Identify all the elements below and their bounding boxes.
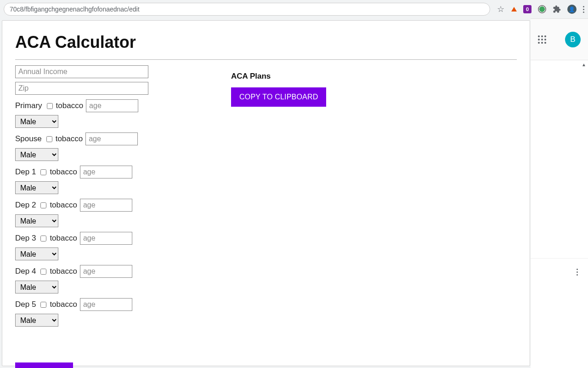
- person-label: Primary: [15, 101, 42, 110]
- zip-input[interactable]: [15, 82, 148, 95]
- aca-calculator-panel: ACA Calculator PrimarytobaccoMaleSpouset…: [2, 20, 530, 366]
- tobacco-checkbox[interactable]: [47, 103, 53, 109]
- results-column: ACA Plans COPY TO CLIPBOARD: [231, 72, 326, 107]
- person-label: Dep 5: [15, 300, 36, 309]
- gender-row: Male: [15, 214, 162, 227]
- gender-row: Male: [15, 281, 162, 293]
- tobacco-label: tobacco: [45, 134, 83, 144]
- tobacco-label: tobacco: [39, 267, 77, 276]
- tobacco-label: tobacco: [39, 167, 77, 177]
- gender-row: Male: [15, 148, 162, 161]
- gender-select[interactable]: Male: [15, 281, 58, 293]
- person-row: Spousetobacco: [15, 132, 162, 145]
- person-row: Dep 2tobacco: [15, 199, 162, 212]
- extension-badge-icon[interactable]: 0: [523, 5, 531, 13]
- tobacco-label: tobacco: [39, 201, 77, 210]
- gender-select[interactable]: Male: [15, 148, 58, 161]
- age-input[interactable]: [80, 232, 132, 245]
- persons-container: PrimarytobaccoMaleSpousetobaccoMaleDep 1…: [15, 99, 162, 327]
- tobacco-label: tobacco: [45, 101, 84, 110]
- tobacco-text: tobacco: [50, 267, 77, 276]
- browser-top-bar: 70c8/fbfigangchgegnenaclhgfofonaednac/ed…: [0, 0, 588, 18]
- page-title: ACA Calculator: [15, 33, 517, 52]
- gender-select[interactable]: Male: [15, 247, 58, 260]
- get-plans-button[interactable]: GET PLANS: [15, 362, 73, 368]
- profile-avatar-icon[interactable]: 👤: [567, 5, 577, 14]
- gender-select[interactable]: Male: [15, 214, 58, 227]
- gender-row: Male: [15, 247, 162, 260]
- tobacco-checkbox[interactable]: [40, 202, 46, 208]
- gender-row: Male: [15, 181, 162, 194]
- bookmark-star-icon[interactable]: ☆: [497, 5, 505, 13]
- tobacco-text: tobacco: [56, 134, 83, 144]
- person-label: Dep 1: [15, 167, 36, 177]
- tobacco-checkbox[interactable]: [40, 302, 46, 308]
- age-input[interactable]: [86, 99, 138, 112]
- person-row: Dep 1tobacco: [15, 166, 162, 178]
- tobacco-text: tobacco: [50, 167, 77, 177]
- gender-row: Male: [15, 314, 162, 327]
- form-column: PrimarytobaccoMaleSpousetobaccoMaleDep 1…: [15, 65, 162, 368]
- annual-income-input[interactable]: [15, 65, 148, 78]
- gender-select[interactable]: Male: [15, 314, 58, 327]
- person-label: Dep 3: [15, 234, 36, 243]
- tobacco-text: tobacco: [50, 300, 77, 309]
- person-label: Dep 4: [15, 267, 36, 276]
- extension-caret-icon[interactable]: [511, 7, 517, 12]
- person-row: Primarytobacco: [15, 99, 162, 112]
- tobacco-label: tobacco: [39, 234, 77, 243]
- url-text: 70c8/fbfigangchgegnenaclhgfofonaednac/ed…: [10, 6, 140, 13]
- gender-select[interactable]: Male: [15, 181, 58, 194]
- address-bar[interactable]: 70c8/fbfigangchgegnenaclhgfofonaednac/ed…: [4, 3, 490, 16]
- browser-menu-icon[interactable]: [583, 6, 584, 13]
- person-label: Spouse: [15, 134, 42, 144]
- tobacco-text: tobacco: [50, 234, 77, 243]
- tobacco-checkbox[interactable]: [40, 169, 46, 175]
- apps-grid-icon[interactable]: [538, 35, 546, 44]
- age-input[interactable]: [80, 265, 132, 278]
- tobacco-checkbox[interactable]: [40, 269, 46, 275]
- background-page: B ▲: [531, 18, 588, 368]
- copy-to-clipboard-button[interactable]: COPY TO CLIPBOARD: [231, 87, 326, 107]
- person-row: Dep 5tobacco: [15, 298, 162, 311]
- account-avatar[interactable]: B: [565, 32, 581, 47]
- person-label: Dep 2: [15, 201, 36, 210]
- gender-row: Male: [15, 115, 162, 128]
- tobacco-checkbox[interactable]: [46, 136, 52, 142]
- gender-select[interactable]: Male: [15, 115, 58, 128]
- toolbar-icons: ☆ 0 👤: [490, 5, 584, 14]
- tobacco-text: tobacco: [56, 101, 84, 110]
- aca-plans-heading: ACA Plans: [231, 72, 326, 81]
- age-input[interactable]: [80, 199, 132, 212]
- background-header: B: [531, 19, 588, 60]
- tobacco-label: tobacco: [39, 300, 77, 309]
- age-input[interactable]: [80, 298, 132, 311]
- person-row: Dep 3tobacco: [15, 232, 162, 245]
- extension-shield-icon[interactable]: [538, 5, 546, 13]
- person-row: Dep 4tobacco: [15, 265, 162, 278]
- tobacco-text: tobacco: [50, 201, 77, 210]
- age-input[interactable]: [80, 166, 132, 178]
- extensions-puzzle-icon[interactable]: [553, 5, 561, 13]
- title-divider: [15, 59, 517, 60]
- scroll-arrows-icon: ▲: [582, 62, 586, 67]
- tobacco-checkbox[interactable]: [40, 236, 46, 242]
- background-item-menu-icon[interactable]: [577, 269, 578, 276]
- age-input[interactable]: [85, 132, 138, 145]
